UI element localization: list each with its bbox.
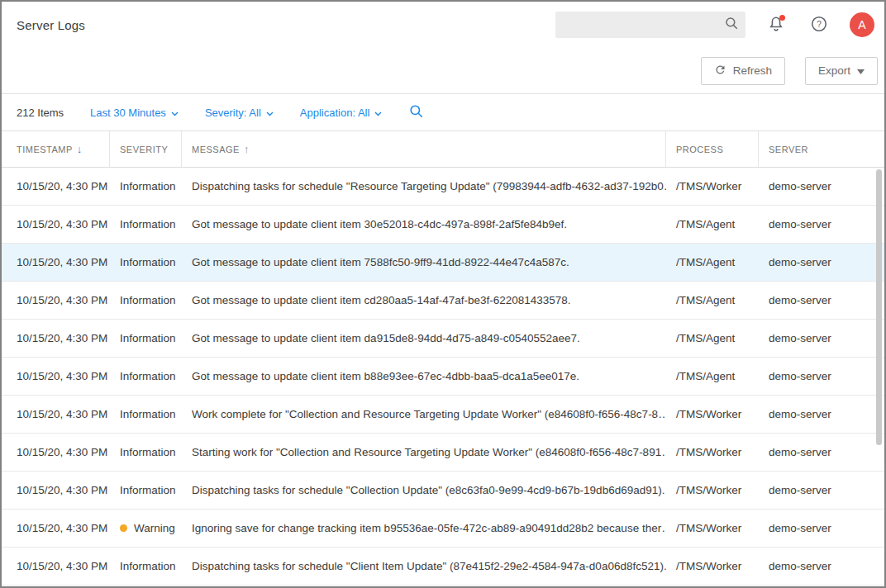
severity-label: Warning <box>134 522 175 534</box>
cell-timestamp: 10/15/20, 4:30 PM <box>2 510 110 547</box>
notification-dot <box>779 15 785 21</box>
cell-timestamp: 10/15/20, 4:30 PM <box>2 320 110 357</box>
svg-text:?: ? <box>817 19 822 28</box>
cell-server: demo-server <box>759 206 884 243</box>
cell-timestamp: 10/15/20, 4:30 PM <box>2 548 110 585</box>
cell-server: demo-server <box>759 244 884 281</box>
cell-process: /TMS/Worker <box>666 472 759 509</box>
caret-down-icon <box>857 64 865 77</box>
cell-timestamp: 10/15/20, 4:30 PM <box>2 358 110 395</box>
cell-severity: Information <box>110 434 182 471</box>
page-title: Server Logs <box>17 18 85 32</box>
table-row[interactable]: 10/15/20, 4:30 PM Information Got messag… <box>2 358 884 396</box>
column-label: SERVER <box>769 145 808 154</box>
severity-label: Information <box>120 180 176 192</box>
help-button[interactable]: ? <box>807 12 831 37</box>
column-header-severity[interactable]: SEVERITY <box>110 131 182 167</box>
cell-timestamp: 10/15/20, 4:30 PM <box>2 472 110 509</box>
table-row[interactable]: 10/15/20, 4:30 PM Information Dispatchin… <box>2 168 884 206</box>
column-label: SEVERITY <box>120 145 168 154</box>
column-header-timestamp[interactable]: TIMESTAMP ↓ <box>2 131 110 167</box>
sort-desc-icon: ↓ <box>77 144 83 154</box>
cell-process: /TMS/Agent <box>666 206 759 243</box>
column-header-message[interactable]: MESSAGE ↑ <box>182 131 666 167</box>
cell-message: Work complete for "Collection and Resour… <box>182 396 666 433</box>
severity-label: Information <box>120 484 176 496</box>
severity-filter[interactable]: Severity: All <box>205 107 274 119</box>
avatar[interactable]: A <box>850 12 874 37</box>
table-row[interactable]: 10/15/20, 4:30 PM Information Got messag… <box>2 244 884 282</box>
log-table-body: 10/15/20, 4:30 PM Information Dispatchin… <box>2 168 884 586</box>
cell-timestamp: 10/15/20, 4:30 PM <box>2 168 110 205</box>
cell-server: demo-server <box>759 396 884 433</box>
help-icon: ? <box>810 15 828 36</box>
cell-process: /TMS/Agent <box>666 244 759 281</box>
refresh-label: Refresh <box>733 64 772 77</box>
table-row[interactable]: 10/15/20, 4:30 PM Information Dispatchin… <box>2 472 884 510</box>
time-filter-label: Last 30 Minutes <box>90 107 166 119</box>
chevron-down-icon <box>374 107 382 119</box>
cell-server: demo-server <box>759 358 884 395</box>
refresh-button[interactable]: Refresh <box>701 57 785 85</box>
cell-process: /TMS/Worker <box>666 510 759 547</box>
cell-server: demo-server <box>759 320 884 357</box>
search-input[interactable] <box>564 19 724 31</box>
column-header-server[interactable]: SERVER <box>759 131 884 167</box>
table-row[interactable]: 10/15/20, 4:30 PM Warning Ignoring save … <box>2 510 884 548</box>
items-count: 212 Items <box>17 107 64 119</box>
table-row[interactable]: 10/15/20, 4:30 PM Information Got messag… <box>2 282 884 320</box>
log-table-header: TIMESTAMP ↓ SEVERITY MESSAGE ↑ PROCESS S… <box>2 131 884 168</box>
search-icon <box>408 103 424 121</box>
cell-server: demo-server <box>759 548 884 585</box>
cell-timestamp: 10/15/20, 4:30 PM <box>2 244 110 281</box>
time-filter[interactable]: Last 30 Minutes <box>90 107 179 119</box>
table-row[interactable]: 10/15/20, 4:30 PM Information Work compl… <box>2 396 884 434</box>
column-label: MESSAGE <box>192 145 240 154</box>
search-icon[interactable] <box>724 16 739 34</box>
application-filter[interactable]: Application: All <box>300 107 383 119</box>
top-bar: Server Logs <box>2 2 884 48</box>
severity-label: Information <box>120 560 176 572</box>
cell-severity: Warning <box>110 510 182 547</box>
cell-process: /TMS/Worker <box>666 434 759 471</box>
cell-message: Dispatching tasks for schedule "Resource… <box>182 168 666 205</box>
table-row[interactable]: 10/15/20, 4:30 PM Information Dispatchin… <box>2 548 884 586</box>
chevron-down-icon <box>171 107 179 119</box>
cell-process: /TMS/Worker <box>666 168 759 205</box>
vertical-scrollbar-thumb[interactable] <box>876 169 882 445</box>
column-label: TIMESTAMP <box>17 145 73 154</box>
cell-server: demo-server <box>759 472 884 509</box>
cell-server: demo-server <box>759 434 884 471</box>
table-row[interactable]: 10/15/20, 4:30 PM Information Starting w… <box>2 434 884 472</box>
cell-message: Got message to update client item b88e93… <box>182 358 666 395</box>
table-search-button[interactable] <box>408 103 424 121</box>
cell-process: /TMS/Worker <box>666 396 759 433</box>
cell-message: Got message to update client item 7588fc… <box>182 244 666 281</box>
severity-label: Information <box>120 446 176 458</box>
cell-message: Got message to update client item 30e520… <box>182 206 666 243</box>
cell-severity: Information <box>110 472 182 509</box>
cell-message: Dispatching tasks for schedule "Client I… <box>182 548 666 585</box>
cell-severity: Information <box>110 396 182 433</box>
cell-message: Got message to update client item da915d… <box>182 320 666 357</box>
column-header-process[interactable]: PROCESS <box>666 131 759 167</box>
table-row[interactable]: 10/15/20, 4:30 PM Information Got messag… <box>2 206 884 244</box>
column-label: PROCESS <box>676 145 723 154</box>
cell-process: /TMS/Agent <box>666 282 759 319</box>
table-row[interactable]: 10/15/20, 4:30 PM Information Got messag… <box>2 320 884 358</box>
cell-timestamp: 10/15/20, 4:30 PM <box>2 434 110 471</box>
cell-severity: Information <box>110 168 182 205</box>
notifications-button[interactable] <box>764 12 788 37</box>
severity-filter-label: Severity: All <box>205 107 261 119</box>
severity-label: Information <box>120 256 176 268</box>
cell-process: /TMS/Agent <box>666 358 759 395</box>
server-logs-window: Server Logs <box>0 0 886 588</box>
cell-severity: Information <box>110 282 182 319</box>
cell-severity: Information <box>110 206 182 243</box>
cell-timestamp: 10/15/20, 4:30 PM <box>2 282 110 319</box>
filter-bar: 212 Items Last 30 Minutes Severity: All … <box>2 94 884 131</box>
cell-server: demo-server <box>759 282 884 319</box>
severity-label: Information <box>120 332 176 344</box>
top-bar-actions: ? A <box>555 12 874 38</box>
export-button[interactable]: Export <box>805 57 878 85</box>
